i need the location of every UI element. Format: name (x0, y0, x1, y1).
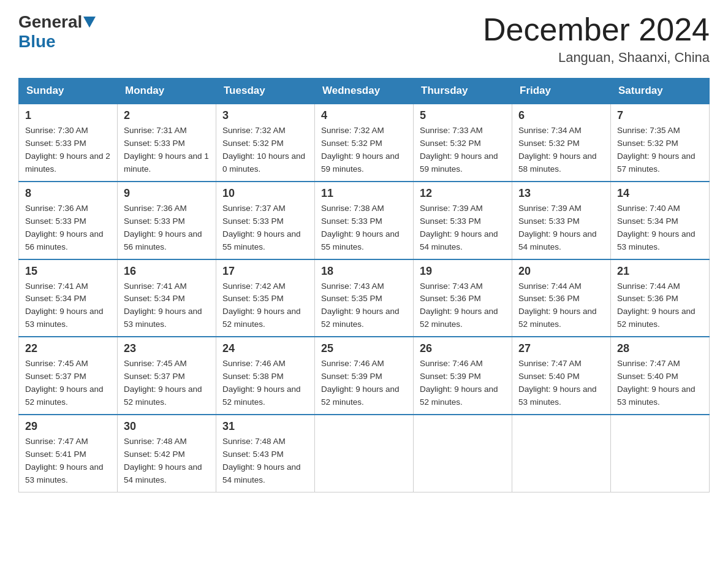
calendar-day-17: 17 Sunrise: 7:42 AM Sunset: 5:35 PM Dayl… (216, 259, 315, 337)
daylight-label: Daylight: 9 hours and 52 minutes. (124, 385, 202, 407)
sunset-label: Sunset: 5:37 PM (124, 372, 185, 381)
sunrise-label: Sunrise: 7:40 AM (617, 204, 680, 213)
sunset-label: Sunset: 5:32 PM (617, 139, 678, 148)
header-day-sunday: Sunday (19, 79, 118, 104)
sunrise-label: Sunrise: 7:41 AM (124, 282, 187, 291)
calendar-day-24: 24 Sunrise: 7:46 AM Sunset: 5:38 PM Dayl… (216, 337, 315, 415)
day-info: Sunrise: 7:41 AM Sunset: 5:34 PM Dayligh… (124, 280, 210, 332)
logo: General Blue (18, 12, 97, 52)
title-section: December 2024 Languan, Shaanxi, China (483, 12, 710, 66)
daylight-label: Daylight: 9 hours and 52 minutes. (420, 307, 498, 329)
daylight-label: Daylight: 9 hours and 52 minutes. (321, 385, 400, 407)
day-info: Sunrise: 7:45 AM Sunset: 5:37 PM Dayligh… (25, 358, 111, 409)
calendar-week-3: 15 Sunrise: 7:41 AM Sunset: 5:34 PM Dayl… (19, 259, 710, 337)
day-number: 21 (617, 265, 703, 278)
daylight-label: Daylight: 9 hours and 56 minutes. (25, 229, 104, 251)
sunset-label: Sunset: 5:40 PM (617, 372, 678, 381)
calendar-empty (512, 415, 611, 492)
daylight-label: Daylight: 10 hours and 0 minutes. (222, 151, 305, 174)
day-number: 6 (518, 109, 604, 122)
sunrise-label: Sunrise: 7:47 AM (25, 437, 88, 446)
day-number: 16 (124, 265, 210, 278)
sunrise-label: Sunrise: 7:32 AM (321, 126, 384, 135)
daylight-label: Daylight: 9 hours and 55 minutes. (222, 229, 301, 251)
calendar-day-8: 8 Sunrise: 7:36 AM Sunset: 5:33 PM Dayli… (19, 182, 118, 259)
daylight-label: Daylight: 9 hours and 52 minutes. (321, 307, 400, 329)
day-info: Sunrise: 7:46 AM Sunset: 5:39 PM Dayligh… (321, 358, 407, 409)
daylight-label: Daylight: 9 hours and 54 minutes. (222, 462, 301, 484)
day-info: Sunrise: 7:33 AM Sunset: 5:32 PM Dayligh… (420, 124, 506, 176)
sunset-label: Sunset: 5:42 PM (124, 450, 185, 459)
day-info: Sunrise: 7:30 AM Sunset: 5:33 PM Dayligh… (25, 124, 111, 176)
sunrise-label: Sunrise: 7:36 AM (124, 204, 187, 213)
calendar-day-7: 7 Sunrise: 7:35 AM Sunset: 5:32 PM Dayli… (611, 104, 710, 182)
sunrise-label: Sunrise: 7:38 AM (321, 204, 384, 213)
calendar-day-9: 9 Sunrise: 7:36 AM Sunset: 5:33 PM Dayli… (118, 182, 216, 259)
logo-blue-text: Blue (18, 32, 56, 52)
calendar-day-11: 11 Sunrise: 7:38 AM Sunset: 5:33 PM Dayl… (315, 182, 414, 259)
day-info: Sunrise: 7:47 AM Sunset: 5:40 PM Dayligh… (617, 358, 703, 409)
calendar-day-28: 28 Sunrise: 7:47 AM Sunset: 5:40 PM Dayl… (611, 337, 710, 415)
daylight-label: Daylight: 9 hours and 54 minutes. (518, 229, 597, 251)
sunset-label: Sunset: 5:33 PM (222, 216, 284, 226)
header-row: SundayMondayTuesdayWednesdayThursdayFrid… (19, 79, 710, 104)
sunrise-label: Sunrise: 7:44 AM (518, 282, 582, 291)
sunset-label: Sunset: 5:37 PM (25, 372, 86, 381)
month-title: December 2024 (483, 12, 710, 47)
header-day-friday: Friday (512, 79, 611, 104)
sunset-label: Sunset: 5:36 PM (518, 294, 580, 303)
day-number: 2 (124, 109, 210, 122)
sunrise-label: Sunrise: 7:46 AM (222, 359, 286, 368)
calendar-body: 1 Sunrise: 7:30 AM Sunset: 5:33 PM Dayli… (19, 104, 710, 492)
calendar-week-4: 22 Sunrise: 7:45 AM Sunset: 5:37 PM Dayl… (19, 337, 710, 415)
daylight-label: Daylight: 9 hours and 58 minutes. (518, 151, 597, 174)
header-day-saturday: Saturday (611, 79, 710, 104)
calendar-day-21: 21 Sunrise: 7:44 AM Sunset: 5:36 PM Dayl… (611, 259, 710, 337)
day-number: 8 (25, 187, 111, 200)
day-number: 31 (222, 420, 308, 433)
daylight-label: Daylight: 9 hours and 2 minutes. (25, 151, 110, 174)
daylight-label: Daylight: 9 hours and 53 minutes. (617, 229, 696, 251)
sunrise-label: Sunrise: 7:44 AM (617, 282, 680, 291)
day-info: Sunrise: 7:41 AM Sunset: 5:34 PM Dayligh… (25, 280, 111, 332)
day-number: 26 (420, 342, 506, 355)
day-number: 30 (124, 420, 210, 433)
day-info: Sunrise: 7:40 AM Sunset: 5:34 PM Dayligh… (617, 202, 703, 254)
location-text: Languan, Shaanxi, China (483, 50, 710, 66)
day-info: Sunrise: 7:37 AM Sunset: 5:33 PM Dayligh… (222, 202, 308, 254)
sunset-label: Sunset: 5:33 PM (321, 216, 382, 226)
day-info: Sunrise: 7:48 AM Sunset: 5:42 PM Dayligh… (124, 435, 210, 487)
logo-general-text: General (18, 12, 82, 32)
day-number: 15 (25, 265, 111, 278)
sunrise-label: Sunrise: 7:43 AM (321, 282, 384, 291)
sunrise-label: Sunrise: 7:35 AM (617, 126, 680, 135)
sunrise-label: Sunrise: 7:36 AM (25, 204, 88, 213)
calendar-day-18: 18 Sunrise: 7:43 AM Sunset: 5:35 PM Dayl… (315, 259, 414, 337)
calendar-week-1: 1 Sunrise: 7:30 AM Sunset: 5:33 PM Dayli… (19, 104, 710, 182)
day-info: Sunrise: 7:32 AM Sunset: 5:32 PM Dayligh… (321, 124, 407, 176)
calendar-day-12: 12 Sunrise: 7:39 AM Sunset: 5:33 PM Dayl… (414, 182, 512, 259)
sunset-label: Sunset: 5:33 PM (124, 216, 185, 226)
day-info: Sunrise: 7:47 AM Sunset: 5:40 PM Dayligh… (518, 358, 604, 409)
daylight-label: Daylight: 9 hours and 56 minutes. (124, 229, 202, 251)
calendar-day-20: 20 Sunrise: 7:44 AM Sunset: 5:36 PM Dayl… (512, 259, 611, 337)
day-number: 13 (518, 187, 604, 200)
sunrise-label: Sunrise: 7:30 AM (25, 126, 88, 135)
day-number: 7 (617, 109, 703, 122)
sunrise-label: Sunrise: 7:31 AM (124, 126, 187, 135)
calendar-day-1: 1 Sunrise: 7:30 AM Sunset: 5:33 PM Dayli… (19, 104, 118, 182)
sunset-label: Sunset: 5:35 PM (222, 294, 284, 303)
daylight-label: Daylight: 9 hours and 55 minutes. (321, 229, 400, 251)
sunset-label: Sunset: 5:35 PM (321, 294, 382, 303)
daylight-label: Daylight: 9 hours and 57 minutes. (617, 151, 696, 174)
sunset-label: Sunset: 5:34 PM (617, 216, 678, 226)
daylight-label: Daylight: 9 hours and 52 minutes. (617, 307, 696, 329)
calendar-day-26: 26 Sunrise: 7:46 AM Sunset: 5:39 PM Dayl… (414, 337, 512, 415)
calendar-empty (611, 415, 710, 492)
header-day-tuesday: Tuesday (216, 79, 315, 104)
sunset-label: Sunset: 5:39 PM (420, 372, 481, 381)
sunrise-label: Sunrise: 7:47 AM (518, 359, 582, 368)
sunset-label: Sunset: 5:36 PM (420, 294, 481, 303)
sunrise-label: Sunrise: 7:34 AM (518, 126, 582, 135)
day-info: Sunrise: 7:48 AM Sunset: 5:43 PM Dayligh… (222, 435, 308, 487)
